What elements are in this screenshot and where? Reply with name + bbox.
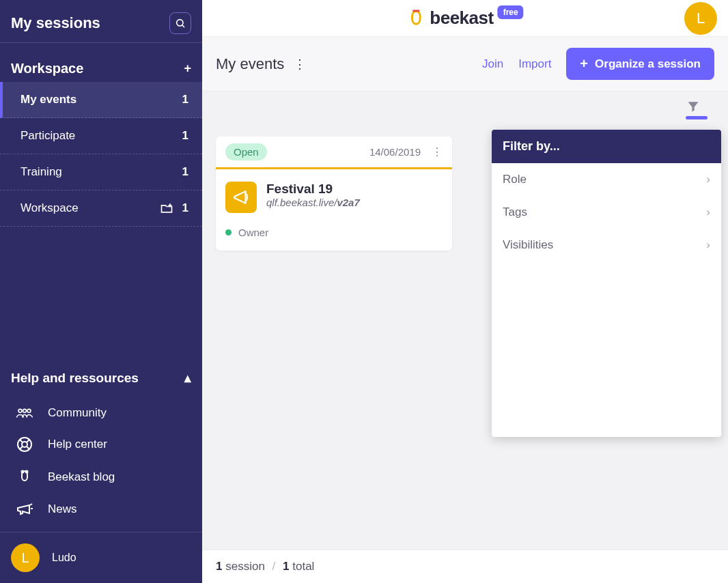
nav-item-count: 1 — [182, 201, 188, 215]
svg-line-9 — [20, 440, 23, 443]
filter-option-label: Visibilities — [503, 238, 553, 252]
import-link[interactable]: Import — [518, 57, 551, 71]
total-label: total — [290, 560, 315, 573]
card-footer: Owner — [216, 220, 452, 251]
page-menu-icon[interactable]: ⋮ — [294, 57, 306, 72]
avatar: L — [684, 2, 717, 35]
plus-icon: + — [580, 56, 588, 72]
filter-panel: Filter by... Role › Tags › Visibilities … — [492, 130, 721, 437]
sidebar-header: My sessions — [0, 0, 202, 43]
filter-active-indicator — [686, 116, 708, 119]
lifebuoy-icon — [15, 436, 34, 453]
search-button[interactable] — [169, 12, 191, 34]
chevron-right-icon: › — [706, 173, 710, 186]
organize-session-button[interactable]: + Organize a session — [566, 48, 714, 80]
filter-option-label: Tags — [503, 205, 527, 219]
add-workspace-icon[interactable]: + — [184, 61, 191, 76]
brand-text: beekast — [430, 8, 493, 29]
svg-point-5 — [23, 409, 27, 412]
chevron-right-icon: › — [706, 205, 710, 219]
workspace-header-label: Workspace — [11, 61, 83, 76]
event-url: qlf.beekast.live/v2a7 — [266, 197, 360, 208]
help-header[interactable]: Help and ressources ▴ — [0, 360, 202, 395]
plan-badge: free — [498, 5, 524, 19]
nav-item-label: Participate — [20, 129, 75, 143]
filter-option-label: Role — [503, 173, 527, 186]
help-item-label: Help center — [48, 438, 107, 451]
session-label: session — [222, 560, 264, 573]
megaphone-icon — [15, 502, 34, 517]
toolbar: My events ⋮ Join Import + Organize a ses… — [202, 37, 728, 91]
svg-point-6 — [27, 409, 31, 412]
chevron-up-icon: ▴ — [184, 370, 191, 386]
filter-header: Filter by... — [492, 130, 721, 163]
help-item-news[interactable]: News — [0, 494, 202, 525]
nav-item-count: 1 — [182, 129, 188, 143]
svg-point-4 — [18, 409, 22, 412]
event-url-slug: v2a7 — [337, 197, 359, 208]
total-count: 1 — [283, 560, 289, 573]
status-badge: Open — [225, 143, 267, 160]
event-date: 14/06/2019 — [369, 146, 421, 158]
nav-item-label: My events — [20, 93, 76, 106]
avatar-initial: L — [21, 550, 29, 566]
search-icon — [175, 18, 186, 29]
workspace-header: Workspace + — [0, 43, 202, 82]
help-header-label: Help and ressources — [11, 371, 139, 386]
nav-item-label: Training — [20, 165, 62, 179]
brand[interactable]: beekast free — [406, 8, 523, 29]
nav-item-training[interactable]: Training 1 — [0, 154, 202, 190]
funnel-icon — [686, 100, 708, 113]
folder-add-icon — [159, 201, 174, 215]
card-menu-icon[interactable]: ⋮ — [432, 145, 443, 158]
event-card[interactable]: Open 14/06/2019 ⋮ Festival 19 qlf.beekas… — [216, 137, 452, 251]
filter-option-tags[interactable]: Tags › — [492, 196, 721, 229]
user-row[interactable]: L Ludo — [0, 532, 202, 583]
filter-option-role[interactable]: Role › — [492, 163, 721, 196]
help-item-community[interactable]: Community — [0, 398, 202, 428]
nav-item-workspace[interactable]: Workspace 1 — [0, 190, 202, 227]
chevron-right-icon: › — [706, 238, 710, 252]
help-item-label: Beekast blog — [48, 470, 115, 484]
filter-option-visibilities[interactable]: Visibilities › — [492, 229, 721, 261]
topbar: beekast free L — [202, 0, 728, 37]
svg-line-15 — [30, 504, 32, 505]
event-title: Festival 19 — [266, 182, 360, 197]
sidebar-title: My sessions — [11, 14, 100, 32]
footer: 1 session / 1 total — [202, 550, 728, 583]
filter-toggle[interactable] — [686, 100, 708, 119]
event-icon — [225, 182, 257, 213]
nav-item-count: 1 — [182, 93, 188, 106]
help-item-label: Community — [48, 406, 107, 420]
svg-line-12 — [27, 446, 30, 450]
event-url-base: qlf.beekast.live/ — [266, 197, 337, 208]
help-section: Help and ressources ▴ Community — [0, 360, 202, 583]
nav-item-label: Workspace — [20, 201, 79, 215]
avatar: L — [11, 543, 40, 572]
bee-icon — [15, 469, 34, 485]
help-item-help-center[interactable]: Help center — [0, 428, 202, 461]
people-icon — [15, 407, 34, 419]
nav-item-count: 1 — [182, 165, 188, 179]
avatar-initial: L — [697, 10, 705, 27]
separator: / — [272, 560, 276, 573]
sidebar: My sessions Workspace + My events 1 Part… — [0, 0, 202, 583]
user-name: Ludo — [52, 552, 76, 564]
event-role: Owner — [238, 227, 268, 238]
help-item-blog[interactable]: Beekast blog — [0, 461, 202, 494]
svg-line-10 — [27, 440, 30, 443]
top-avatar[interactable]: L — [684, 2, 717, 35]
content-area: Open 14/06/2019 ⋮ Festival 19 qlf.beekas… — [202, 91, 728, 550]
nav-item-my-events[interactable]: My events 1 — [0, 82, 202, 118]
svg-line-11 — [20, 446, 23, 450]
nav-item-participate[interactable]: Participate 1 — [0, 118, 202, 154]
organize-label: Organize a session — [595, 57, 701, 71]
help-item-label: News — [48, 502, 77, 516]
nav-items: My events 1 Participate 1 Training 1 Wor… — [0, 82, 202, 227]
card-body: Festival 19 qlf.beekast.live/v2a7 — [216, 169, 452, 220]
svg-point-0 — [177, 20, 183, 26]
role-indicator-dot — [225, 229, 232, 236]
join-link[interactable]: Join — [482, 57, 503, 71]
main: beekast free L My events ⋮ Join Import +… — [202, 0, 728, 583]
svg-line-1 — [182, 25, 184, 27]
